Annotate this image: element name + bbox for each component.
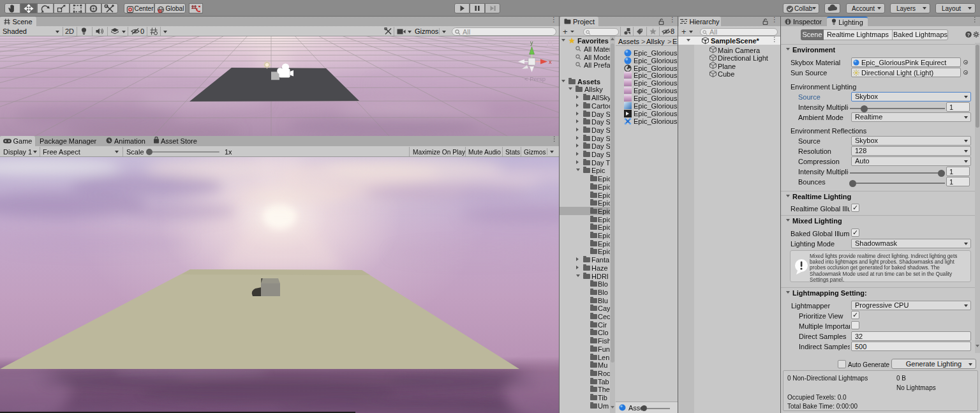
svg-text:< Persp: < Persp bbox=[524, 75, 546, 82]
svg-text:y: y bbox=[530, 40, 533, 46]
svg-text:x: x bbox=[549, 59, 552, 65]
svg-text:?: ? bbox=[967, 32, 970, 38]
